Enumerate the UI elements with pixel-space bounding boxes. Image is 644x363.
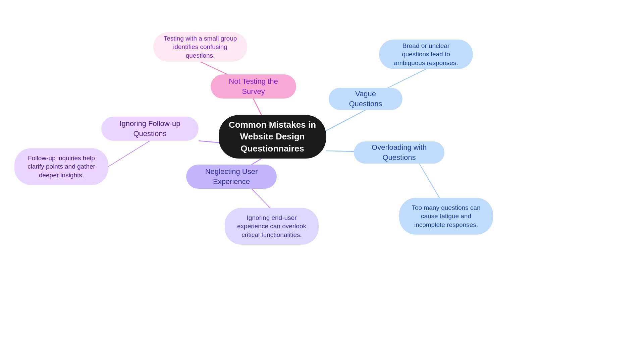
svg-line-9 — [419, 164, 439, 198]
ux-detail-node: Ignoring end-user experience can overloo… — [225, 208, 319, 245]
svg-line-3 — [108, 141, 150, 167]
vague-detail-node: Broad or unclear questions lead to ambig… — [379, 40, 473, 69]
overloading-detail-node: Too many questions can cause fatigue and… — [399, 198, 493, 235]
center-node: Common Mistakes in Website Design Questi… — [219, 115, 326, 159]
ignoring-followup-node: Ignoring Follow-up Questions — [101, 117, 199, 141]
mind-map-canvas: Common Mistakes in Website Design Questi… — [0, 0, 644, 363]
not-testing-node: Not Testing the Survey — [211, 74, 296, 99]
svg-line-5 — [252, 189, 272, 209]
followup-detail-node: Follow-up inquiries help clarify points … — [14, 148, 108, 185]
testing-detail-node: Testing with a small group identifies co… — [153, 32, 247, 62]
svg-line-6 — [326, 110, 366, 131]
vague-questions-node: Vague Questions — [329, 88, 402, 110]
overloading-node: Overloading with Questions — [354, 141, 444, 164]
neglecting-ux-node: Neglecting User Experience — [186, 165, 277, 189]
